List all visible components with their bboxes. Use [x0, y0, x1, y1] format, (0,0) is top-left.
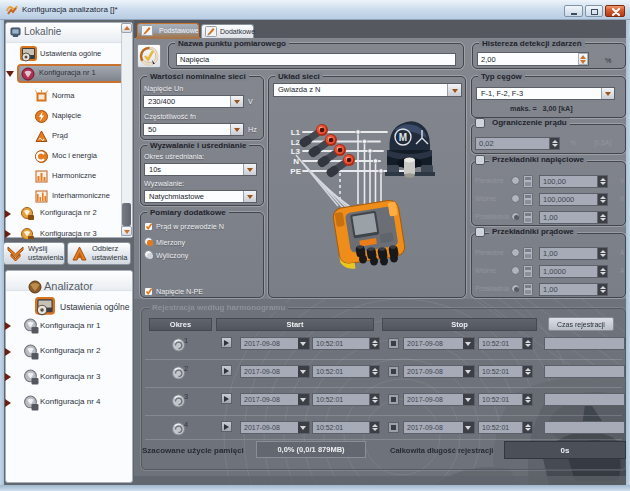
svg-text:1: 1	[184, 336, 188, 345]
svg-text:L3: L3	[291, 147, 301, 156]
svg-text:3: 3	[184, 392, 188, 401]
svg-text:M: M	[399, 132, 407, 143]
svg-text:L1: L1	[291, 128, 301, 137]
svg-text:PE: PE	[290, 167, 301, 176]
svg-text:L2: L2	[291, 138, 301, 147]
svg-text:4: 4	[184, 420, 188, 429]
svg-text:2: 2	[184, 364, 188, 373]
